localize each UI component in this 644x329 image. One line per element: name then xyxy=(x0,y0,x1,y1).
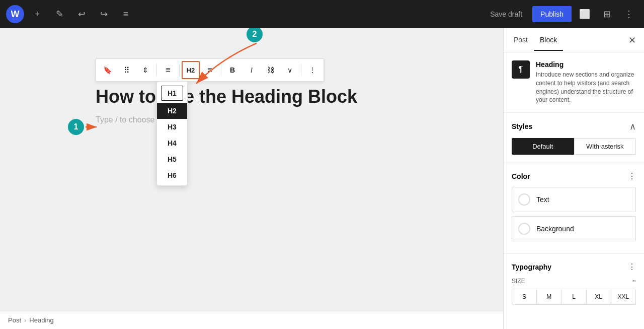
add-block-button[interactable]: + xyxy=(28,5,46,23)
block-more-options[interactable]: ⋮ xyxy=(303,61,321,79)
italic-button[interactable]: I xyxy=(243,61,261,79)
block-type-title: Heading xyxy=(536,60,636,69)
block-type-description: Introduce new sections and organize cont… xyxy=(536,71,636,104)
tools-button[interactable]: ✎ xyxy=(50,5,68,23)
heading-option-h2[interactable]: H2 xyxy=(157,103,187,119)
color-section: Color ⋮ Text Background xyxy=(504,163,644,254)
block-info-text: Heading Introduce new sections and organ… xyxy=(536,60,636,104)
heading-level-button[interactable]: H2 xyxy=(182,61,200,79)
size-xl-button[interactable]: XL xyxy=(587,289,611,304)
move-button[interactable]: ⇕ xyxy=(136,61,154,79)
heading-option-h3[interactable]: H3 xyxy=(157,119,187,135)
link-button[interactable]: ⛓ xyxy=(262,61,280,79)
editor-content: 2 1 xyxy=(0,28,503,311)
annotation-circle-2: 2 xyxy=(247,28,263,42)
sidebar-close-button[interactable]: ✕ xyxy=(624,32,640,48)
block-wrapper: 1 🔖 ⠿ ⇕ ≡ xyxy=(96,58,408,124)
sidebar-tabs: Post Block ✕ xyxy=(504,28,644,52)
style-asterisk-button[interactable]: With asterisk xyxy=(574,138,636,155)
top-toolbar: W + ✎ ↩ ↪ ≡ Save draft Publish ⬜ ⊞ ⋮ xyxy=(0,0,644,28)
align-button[interactable]: ≡ xyxy=(201,61,219,79)
divider-3 xyxy=(221,64,221,76)
color-background-swatch xyxy=(518,223,530,235)
divider-4 xyxy=(301,64,301,76)
heading-option-h1[interactable]: H1 xyxy=(161,86,183,101)
styles-toggle-button[interactable]: ∧ xyxy=(629,121,636,132)
breadcrumb-heading[interactable]: Heading xyxy=(29,316,53,324)
size-label-text: SIZE xyxy=(512,278,525,285)
transform-button[interactable]: ≡ xyxy=(159,61,177,79)
size-filter-icon[interactable]: ≈ xyxy=(632,278,636,285)
main-layout: 2 1 xyxy=(0,28,644,329)
size-label-row: SIZE ≈ xyxy=(512,278,636,285)
color-background-row[interactable]: Background xyxy=(512,216,636,241)
color-background-label: Background xyxy=(536,225,574,233)
wordpress-logo[interactable]: W xyxy=(6,5,24,23)
annotation-circle-1: 1 xyxy=(68,119,84,135)
block-toolbar: 🔖 ⠿ ⇕ ≡ H2 ≡ B I ⛓ ∨ ⋮ xyxy=(96,58,324,82)
typography-section: Typography ⋮ SIZE ≈ S M L XL XXL xyxy=(504,254,644,313)
color-text-swatch xyxy=(518,193,530,206)
publish-button[interactable]: Publish xyxy=(532,6,572,22)
save-draft-button[interactable]: Save draft xyxy=(484,7,528,21)
size-buttons: S M L XL XXL xyxy=(512,289,636,305)
more-rich-text-button[interactable]: ∨ xyxy=(281,61,299,79)
styles-section: Styles ∧ Default With asterisk xyxy=(504,113,644,163)
typography-section-header: Typography ⋮ xyxy=(512,262,636,272)
view-button[interactable]: ⬜ xyxy=(576,5,594,23)
editor-area: 2 1 xyxy=(0,28,503,329)
settings-button[interactable]: ⊞ xyxy=(598,5,616,23)
redo-button[interactable]: ↪ xyxy=(95,5,113,23)
block-info: ¶ Heading Introduce new sections and org… xyxy=(504,52,644,113)
size-xxl-button[interactable]: XXL xyxy=(611,289,635,304)
breadcrumb-separator: › xyxy=(24,316,26,324)
more-options-button[interactable]: ⋮ xyxy=(620,5,638,23)
size-s-button[interactable]: S xyxy=(512,289,537,304)
block-type-icon: ¶ xyxy=(512,60,530,79)
breadcrumb-post[interactable]: Post xyxy=(8,316,21,324)
heading-option-h6[interactable]: H6 xyxy=(157,167,187,183)
heading-block[interactable]: How to Use the Heading Block xyxy=(96,86,408,107)
typography-title: Typography xyxy=(512,263,551,271)
undo-button[interactable]: ↩ xyxy=(72,5,91,23)
drag-handle[interactable]: ⠿ xyxy=(117,61,135,79)
styles-title: Styles xyxy=(512,122,532,130)
color-title: Color xyxy=(512,172,530,180)
color-text-row[interactable]: Text xyxy=(512,187,636,212)
list-view-button[interactable]: ≡ xyxy=(117,5,135,23)
breadcrumb-bar: Post › Heading xyxy=(0,311,503,329)
divider-2 xyxy=(179,64,180,76)
tab-post[interactable]: Post xyxy=(508,30,534,51)
right-sidebar: Post Block ✕ ¶ Heading Introduce new sec… xyxy=(503,28,644,329)
heading-level-dropdown: H1 H2 H3 H4 H5 H6 xyxy=(156,81,188,186)
color-more-icon[interactable]: ⋮ xyxy=(628,171,636,181)
size-m-button[interactable]: M xyxy=(537,289,561,304)
style-buttons: Default With asterisk xyxy=(512,138,636,155)
color-section-header: Color ⋮ xyxy=(512,171,636,181)
bold-button[interactable]: B xyxy=(223,61,242,79)
divider-1 xyxy=(156,64,157,76)
bookmark-button[interactable]: 🔖 xyxy=(98,61,116,79)
size-l-button[interactable]: L xyxy=(561,289,586,304)
color-text-label: Text xyxy=(536,195,549,204)
block-placeholder[interactable]: Type / to choose a block xyxy=(96,115,408,124)
typography-more-icon[interactable]: ⋮ xyxy=(628,262,636,272)
tab-block[interactable]: Block xyxy=(534,30,563,51)
heading-option-h5[interactable]: H5 xyxy=(157,151,187,167)
style-default-button[interactable]: Default xyxy=(512,138,574,155)
styles-section-header: Styles ∧ xyxy=(512,121,636,132)
heading-option-h4[interactable]: H4 xyxy=(157,135,187,151)
